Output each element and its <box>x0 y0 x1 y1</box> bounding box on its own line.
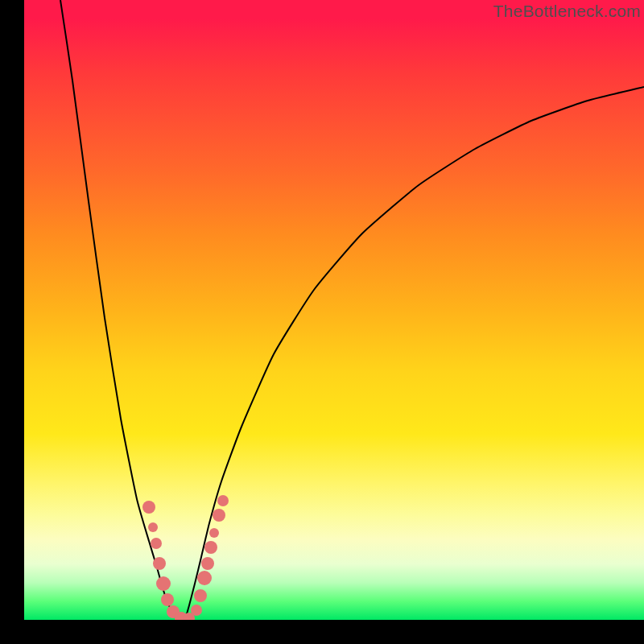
curve-marker <box>213 509 225 522</box>
plot-area: TheBottleneck.com <box>24 0 644 620</box>
curve-marker <box>148 522 158 532</box>
curve-marker <box>197 571 212 585</box>
curve-marker <box>201 557 214 570</box>
chart-svg <box>24 0 644 620</box>
curve-marker <box>151 538 162 549</box>
curve-markers <box>142 495 229 620</box>
curve-marker <box>161 593 174 606</box>
left-curve <box>60 0 177 620</box>
curve-marker <box>156 576 171 591</box>
right-curve <box>185 87 644 620</box>
chart-frame: TheBottleneck.com <box>0 0 644 644</box>
curve-marker <box>194 589 207 602</box>
curve-marker <box>204 541 217 554</box>
curve-marker <box>217 495 229 506</box>
curve-marker <box>191 605 202 616</box>
curve-marker <box>142 501 155 514</box>
curve-marker <box>209 528 219 538</box>
curve-marker <box>153 557 166 570</box>
